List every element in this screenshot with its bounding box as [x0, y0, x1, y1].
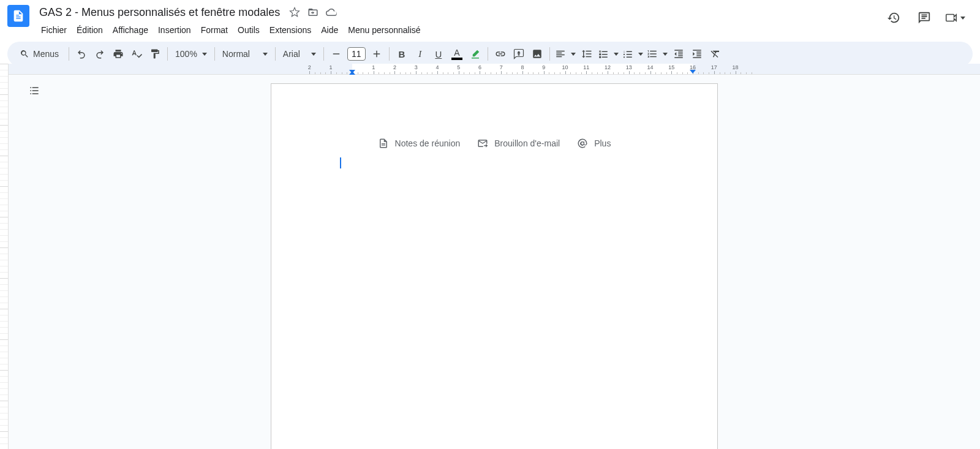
zoom-combo[interactable]: 100%: [172, 45, 211, 62]
menu-edition[interactable]: Édition: [72, 22, 107, 38]
toolbar: Menus 100% Normal Arial B I U A: [7, 42, 973, 66]
indent-right-marker[interactable]: [690, 70, 696, 74]
title-row: GAS 2 - Menus personnalisés et fenêtre m…: [37, 5, 973, 20]
font-size-input[interactable]: [347, 47, 366, 61]
checklist-combo[interactable]: [597, 45, 620, 62]
note-icon: [378, 138, 389, 149]
title-area: GAS 2 - Menus personnalisés et fenêtre m…: [37, 5, 973, 38]
ruler-number: 2: [393, 64, 396, 70]
underline-icon[interactable]: U: [430, 45, 447, 62]
menu-format[interactable]: Format: [197, 22, 232, 38]
zoom-value: 100%: [175, 49, 197, 59]
ruler-number: 7: [500, 64, 503, 70]
ruler-number: 2: [308, 64, 311, 70]
separator: [549, 47, 550, 61]
font-value: Arial: [283, 49, 300, 59]
video-call-icon[interactable]: [944, 7, 965, 28]
ruler-number: 8: [521, 64, 524, 70]
ruler-number: 1: [372, 64, 375, 70]
document-title[interactable]: GAS 2 - Menus personnalisés et fenêtre m…: [37, 5, 282, 20]
chevron-down-icon: [263, 53, 268, 56]
font-combo[interactable]: Arial: [279, 45, 320, 62]
chevron-down-icon: [663, 53, 668, 56]
chip-email-draft[interactable]: Brouillon d'e-mail: [477, 138, 560, 149]
separator: [275, 47, 276, 61]
ruler-number: 15: [668, 64, 674, 70]
line-spacing-icon[interactable]: [578, 45, 595, 62]
chip-email-draft-label: Brouillon d'e-mail: [494, 138, 560, 148]
image-icon[interactable]: [529, 45, 546, 62]
separator: [389, 47, 390, 61]
paint-format-icon[interactable]: [146, 45, 164, 62]
history-icon[interactable]: [883, 7, 904, 28]
at-mention-icon: [577, 138, 588, 149]
document-outline-icon[interactable]: [24, 81, 44, 100]
docs-logo[interactable]: [7, 5, 29, 27]
clear-format-icon[interactable]: [707, 45, 724, 62]
undo-icon[interactable]: [73, 45, 90, 62]
chevron-down-icon: [638, 53, 643, 56]
ruler-number: 13: [626, 64, 632, 70]
search-icon: [20, 49, 29, 59]
style-combo[interactable]: Normal: [219, 45, 271, 62]
chevron-down-icon: [960, 17, 965, 20]
chevron-down-icon: [571, 53, 576, 56]
ruler-number: 12: [605, 64, 611, 70]
chip-meeting-notes[interactable]: Notes de réunion: [378, 138, 461, 149]
menu-extensions[interactable]: Extensions: [265, 22, 315, 38]
highlight-icon[interactable]: [467, 45, 484, 62]
chip-meeting-notes-label: Notes de réunion: [395, 138, 461, 148]
spellcheck-icon[interactable]: [128, 45, 145, 62]
italic-icon[interactable]: I: [412, 45, 429, 62]
ruler-number: 6: [478, 64, 481, 70]
ruler-number: 11: [583, 64, 589, 70]
header-right-actions: [883, 7, 973, 28]
bold-icon[interactable]: B: [393, 45, 410, 62]
toolbar-search-label: Menus: [33, 49, 59, 59]
menu-affichage[interactable]: Affichage: [108, 22, 153, 38]
toolbar-search[interactable]: Menus: [13, 47, 65, 61]
building-blocks-chips: Notes de réunion Brouillon d'e-mail Plus: [271, 138, 717, 149]
separator: [69, 47, 69, 61]
link-icon[interactable]: [492, 45, 509, 62]
menu-aide[interactable]: Aide: [317, 22, 342, 38]
menu-fichier[interactable]: Fichier: [37, 22, 71, 38]
menubar: Fichier Édition Affichage Insertion Form…: [37, 22, 973, 38]
font-size-increase[interactable]: [368, 45, 385, 62]
indent-decrease-icon[interactable]: [670, 45, 687, 62]
style-value: Normal: [222, 49, 250, 59]
menu-outils[interactable]: Outils: [233, 22, 264, 38]
ruler-number: 10: [562, 64, 568, 70]
mail-draft-icon: [477, 138, 488, 149]
redo-icon[interactable]: [91, 45, 108, 62]
indent-increase-icon[interactable]: [688, 45, 706, 62]
add-comment-icon[interactable]: [510, 45, 527, 62]
ruler-number: 14: [647, 64, 654, 70]
star-icon[interactable]: [288, 6, 301, 18]
chevron-down-icon: [202, 53, 207, 56]
print-icon[interactable]: [110, 45, 127, 62]
font-size-decrease[interactable]: [328, 45, 345, 62]
separator: [214, 47, 215, 61]
align-combo[interactable]: [554, 45, 577, 62]
titlebar: GAS 2 - Menus personnalisés et fenêtre m…: [0, 0, 980, 38]
text-color-icon[interactable]: A: [448, 45, 466, 62]
chip-more[interactable]: Plus: [577, 138, 611, 149]
ruler-number: 18: [733, 64, 739, 70]
ruler-number: 17: [711, 64, 717, 70]
page[interactable]: Notes de réunion Brouillon d'e-mail Plus: [271, 83, 718, 449]
ruler-number: 1: [330, 64, 333, 70]
menu-personnalise[interactable]: Menu personnalisé: [344, 22, 424, 38]
comment-icon[interactable]: [914, 7, 935, 28]
horizontal-ruler[interactable]: 21123456789101112131415161718: [9, 64, 980, 75]
chip-more-label: Plus: [594, 138, 611, 148]
separator: [167, 47, 168, 61]
toolbar-wrap: Menus 100% Normal Arial B I U A: [0, 38, 980, 66]
move-folder-icon[interactable]: [307, 6, 319, 18]
cloud-saved-icon[interactable]: [325, 6, 337, 18]
menu-insertion[interactable]: Insertion: [154, 22, 195, 38]
document-area[interactable]: 21123456789101112131415161718 Notes de r…: [9, 64, 980, 449]
bullet-list-combo[interactable]: [621, 45, 644, 62]
numbered-list-combo[interactable]: [646, 45, 669, 62]
ruler-number: 5: [457, 64, 460, 70]
